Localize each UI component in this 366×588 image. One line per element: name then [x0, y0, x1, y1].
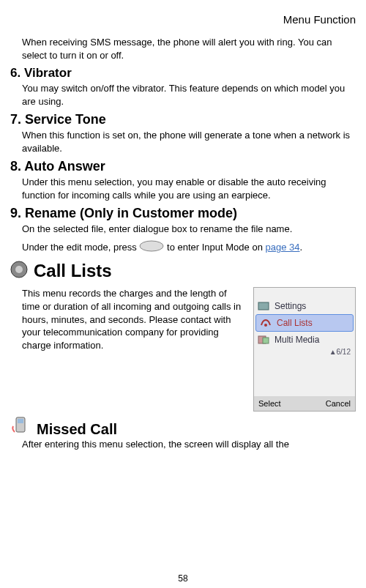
svg-point-0: [140, 241, 163, 251]
softkey-select: Select: [258, 399, 281, 408]
phone-screenshot: Settings Call Lists Multi Media ▲ 6/12 S…: [253, 287, 356, 412]
section-7-title: 7. Service Tone: [10, 112, 356, 127]
svg-rect-8: [18, 419, 23, 423]
phone-menu-call-lists: Call Lists: [255, 314, 354, 332]
missed-call-title: Missed Call: [37, 421, 117, 438]
phone-menu-multimedia: Multi Media: [254, 332, 355, 348]
period: .: [299, 242, 302, 253]
missed-call-body: After entering this menu selection, the …: [10, 438, 356, 451]
section-9-body1: On the selected file, enter dialogue box…: [10, 223, 356, 236]
call-lists-menu-icon: [259, 318, 272, 328]
phone-menu-settings: Settings: [254, 298, 355, 314]
phone-label-call-lists: Call Lists: [277, 318, 313, 328]
phone-counter: 6/12: [337, 348, 351, 356]
settings-icon: [257, 301, 270, 311]
multimedia-icon: [257, 335, 270, 345]
svg-rect-3: [258, 302, 269, 310]
softkey-cancel: Cancel: [326, 399, 351, 408]
call-lists-body: This menu records the charges and the le…: [10, 287, 246, 351]
section-8-body: Under this menu selection, you may enabl…: [10, 176, 356, 201]
svg-point-4: [264, 324, 267, 327]
page-number: 58: [0, 573, 366, 584]
section-9-body2: Under the edit mode, press to enter Inpu…: [10, 240, 356, 256]
section-9-text-a: Under the edit mode, press: [22, 242, 139, 253]
section-7-body: When this function is set on, the phone …: [10, 129, 356, 155]
scroll-up-icon: ▲: [329, 348, 337, 356]
page-34-link[interactable]: page 34: [265, 242, 299, 253]
svg-rect-6: [263, 338, 269, 343]
section-6-body: You may switch on/off the vibrator. This…: [10, 82, 356, 108]
section-6-title: 6. Vibrator: [10, 66, 356, 81]
intro-text: When receiving SMS message, the phone wi…: [10, 36, 356, 62]
call-lists-icon: [10, 261, 28, 281]
phone-label-multimedia: Multi Media: [274, 335, 319, 345]
svg-point-2: [15, 266, 23, 273]
call-lists-title: Call Lists: [34, 261, 112, 281]
missed-call-icon: [10, 416, 31, 438]
section-8-title: 8. Auto Answer: [10, 159, 356, 174]
page-header: Menu Function: [10, 13, 356, 26]
section-9-title: 9. Rename (Only in Customer mode): [10, 206, 356, 221]
section-9-text-b: to enter Input Mode on: [167, 242, 265, 253]
oval-button-icon: [139, 240, 164, 256]
phone-label-settings: Settings: [274, 301, 306, 311]
